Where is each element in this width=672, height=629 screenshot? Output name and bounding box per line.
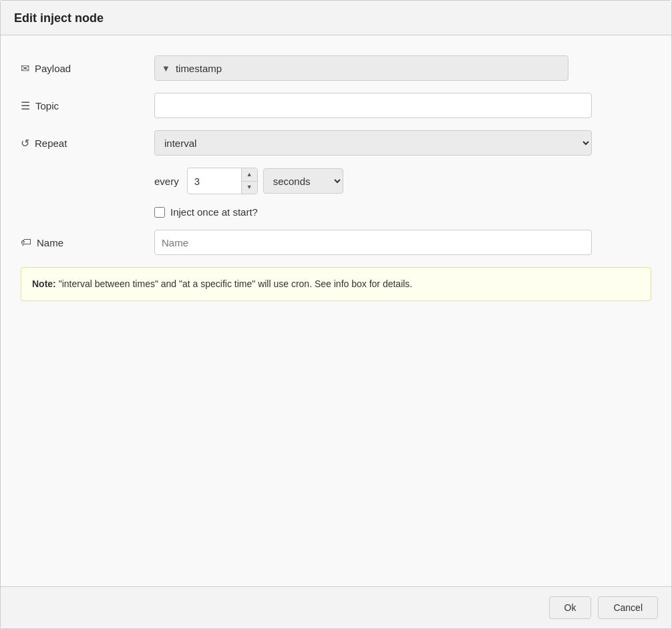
interval-number-wrapper: ▲ ▼	[187, 168, 258, 194]
interval-decrement-button[interactable]: ▼	[242, 182, 257, 194]
edit-inject-node-dialog: Edit inject node ✉ Payload ▼ timestamp ☰…	[0, 0, 672, 629]
interval-number-input[interactable]	[188, 168, 241, 194]
inject-once-row: Inject once at start?	[154, 206, 651, 218]
every-label: every	[154, 176, 179, 187]
payload-control: ▼ timestamp	[154, 55, 651, 81]
payload-label: ✉ Payload	[21, 62, 154, 75]
topic-control	[154, 93, 651, 118]
topic-row: ☰ Topic	[21, 93, 651, 118]
payload-value: timestamp	[176, 63, 222, 74]
repeat-icon: ↺	[21, 137, 29, 150]
interval-spinner: ▲ ▼	[241, 168, 257, 194]
dialog-title: Edit inject node	[14, 11, 104, 25]
note-box: Note: "interval between times" and "at a…	[21, 267, 651, 301]
cancel-button[interactable]: Cancel	[598, 596, 658, 619]
ok-button[interactable]: Ok	[549, 596, 592, 619]
unit-select[interactable]: seconds minutes hours	[263, 168, 343, 194]
topic-label: ☰ Topic	[21, 99, 154, 112]
note-prefix: Note:	[32, 278, 56, 289]
topic-icon: ☰	[21, 99, 30, 112]
payload-row: ✉ Payload ▼ timestamp	[21, 55, 651, 81]
interval-increment-button[interactable]: ▲	[242, 168, 257, 182]
repeat-row: ↺ Repeat interval interval between times…	[21, 130, 651, 156]
inject-once-checkbox[interactable]	[154, 207, 165, 218]
name-icon: 🏷	[21, 236, 31, 248]
inject-once-label: Inject once at start?	[170, 206, 258, 218]
name-control	[154, 230, 651, 255]
dialog-body: ✉ Payload ▼ timestamp ☰ Topic ↺	[1, 35, 671, 586]
note-text: "interval between times" and "at a speci…	[56, 278, 412, 289]
dialog-footer: Ok Cancel	[1, 586, 671, 628]
repeat-select[interactable]: interval interval between times at a spe…	[154, 130, 592, 156]
payload-icon: ✉	[21, 62, 29, 75]
name-label: 🏷 Name	[21, 236, 154, 248]
interval-row: every ▲ ▼ seconds minutes hours	[154, 168, 651, 194]
dialog-header: Edit inject node	[1, 1, 671, 35]
payload-dropdown-arrow: ▼	[162, 63, 170, 73]
repeat-label: ↺ Repeat	[21, 137, 154, 150]
repeat-control: interval interval between times at a spe…	[154, 130, 651, 156]
name-input[interactable]	[154, 230, 592, 255]
payload-select-wrapper[interactable]: ▼ timestamp	[154, 55, 568, 81]
topic-input[interactable]	[154, 93, 592, 118]
name-row: 🏷 Name	[21, 230, 651, 255]
